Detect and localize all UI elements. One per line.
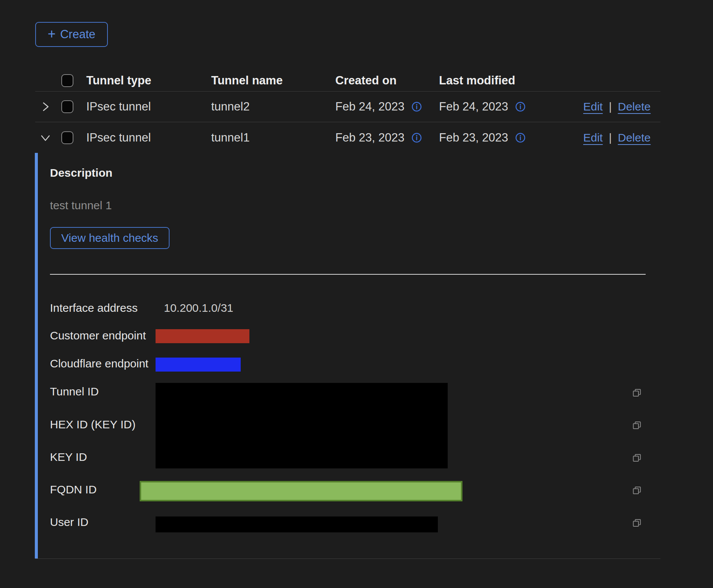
chevron-down-icon[interactable] bbox=[39, 131, 52, 144]
info-icon[interactable] bbox=[515, 101, 526, 112]
select-all-checkbox[interactable] bbox=[61, 74, 73, 87]
row-checkbox[interactable] bbox=[61, 131, 73, 144]
tunnel-id-label: Tunnel ID bbox=[50, 385, 99, 398]
delete-link[interactable]: Delete bbox=[618, 100, 651, 113]
plus-icon: + bbox=[48, 27, 56, 41]
tunnels-page: + Create Tunnel type Tunnel name Created… bbox=[0, 0, 713, 588]
copy-icon[interactable] bbox=[631, 453, 643, 464]
cloudflare-endpoint-label: Cloudflare endpoint bbox=[50, 357, 148, 370]
action-separator: | bbox=[609, 131, 612, 144]
table-header-row: Tunnel type Tunnel name Created on Last … bbox=[35, 70, 660, 92]
created-on-cell: Feb 23, 2023 bbox=[335, 131, 405, 145]
expanded-row-indicator-bar bbox=[35, 153, 38, 558]
created-on-cell: Feb 24, 2023 bbox=[335, 100, 405, 114]
info-icon[interactable] bbox=[515, 132, 526, 143]
fqdn-id-redacted-value bbox=[140, 481, 462, 501]
edit-link[interactable]: Edit bbox=[583, 100, 603, 113]
column-header-last-modified: Last modified bbox=[439, 74, 583, 87]
copy-icon[interactable] bbox=[631, 387, 643, 399]
row-checkbox[interactable] bbox=[61, 100, 73, 113]
last-modified-cell: Feb 24, 2023 bbox=[439, 100, 508, 114]
cloudflare-endpoint-redacted-value bbox=[156, 358, 241, 372]
fqdn-id-label: FQDN ID bbox=[50, 483, 97, 496]
description-label: Description bbox=[50, 166, 112, 179]
info-icon[interactable] bbox=[411, 132, 422, 143]
description-value: test tunnel 1 bbox=[50, 199, 112, 212]
user-id-label: User ID bbox=[50, 516, 89, 529]
tunnels-table: Tunnel type Tunnel name Created on Last … bbox=[35, 70, 660, 559]
hex-id-label: HEX ID (KEY ID) bbox=[50, 418, 135, 431]
expanded-tunnel-panel: Description test tunnel 1 View health ch… bbox=[35, 153, 660, 559]
table-row: IPsec tunnel tunnel2 Feb 24, 2023 Feb 24… bbox=[35, 92, 660, 122]
panel-divider bbox=[50, 274, 646, 275]
chevron-right-icon[interactable] bbox=[39, 100, 52, 113]
edit-link[interactable]: Edit bbox=[583, 131, 603, 144]
copy-icon[interactable] bbox=[631, 420, 643, 431]
tunnel-name-cell: tunnel2 bbox=[211, 100, 335, 114]
key-id-label: KEY ID bbox=[50, 451, 87, 464]
delete-link[interactable]: Delete bbox=[618, 131, 651, 144]
interface-address-value: 10.200.1.0/31 bbox=[164, 302, 234, 314]
customer-endpoint-redacted-value bbox=[156, 329, 249, 343]
customer-endpoint-label: Customer endpoint bbox=[50, 329, 146, 342]
ids-redacted-value bbox=[156, 383, 448, 468]
last-modified-cell: Feb 23, 2023 bbox=[439, 131, 508, 145]
info-icon[interactable] bbox=[411, 101, 422, 112]
column-header-created-on: Created on bbox=[335, 74, 439, 87]
table-row: IPsec tunnel tunnel1 Feb 23, 2023 Feb 23… bbox=[35, 122, 660, 153]
view-health-checks-button[interactable]: View health checks bbox=[50, 227, 170, 249]
tunnel-type-cell: IPsec tunnel bbox=[86, 131, 211, 145]
tunnel-type-cell: IPsec tunnel bbox=[86, 100, 211, 114]
action-separator: | bbox=[609, 100, 612, 113]
user-id-redacted-value bbox=[156, 516, 438, 532]
interface-address-label: Interface address bbox=[50, 302, 138, 314]
tunnel-name-cell: tunnel1 bbox=[211, 131, 335, 145]
column-header-tunnel-type: Tunnel type bbox=[86, 74, 211, 87]
create-button-label: Create bbox=[60, 28, 95, 41]
copy-icon[interactable] bbox=[631, 518, 643, 529]
column-header-tunnel-name: Tunnel name bbox=[211, 74, 335, 87]
create-button[interactable]: + Create bbox=[35, 22, 108, 47]
copy-icon[interactable] bbox=[631, 485, 643, 496]
